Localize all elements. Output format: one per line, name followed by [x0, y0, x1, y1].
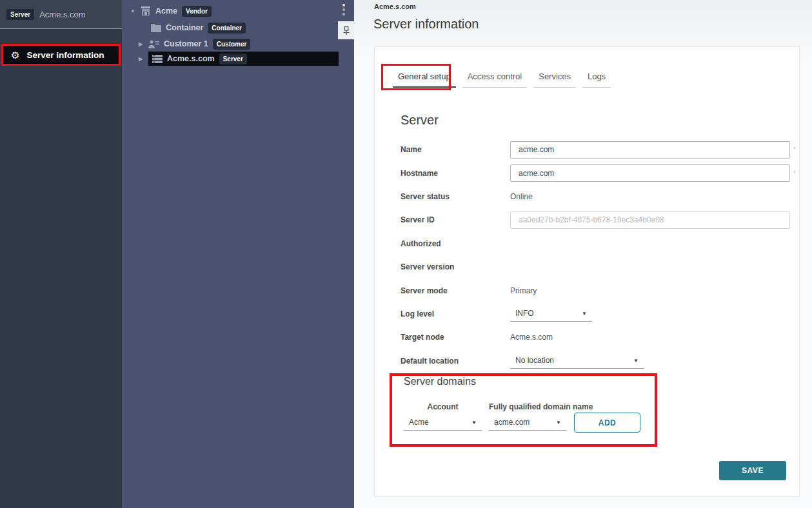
tree-node-type-badge: Customer	[213, 39, 251, 50]
sidebar-item-server-information[interactable]: ⚙ Server information	[1, 44, 121, 66]
server-mode-value: Primary	[510, 286, 537, 295]
fqdn-select[interactable]: acme.com ▼	[489, 415, 566, 431]
form-row-server-status: Server status Online	[375, 185, 799, 208]
form-row-name: Name *	[375, 138, 799, 161]
tree-menu-dots-icon[interactable]	[342, 4, 345, 15]
chevron-down-icon: ▼	[633, 358, 639, 364]
chevron-down-icon: ▼	[582, 311, 587, 317]
customer-icon	[148, 40, 159, 48]
form-row-default-location: Default location No location ▼	[375, 349, 799, 373]
field-label: Server status	[401, 192, 510, 201]
tab-logs[interactable]: Logs	[582, 72, 611, 88]
page-title: Server information	[373, 17, 479, 32]
tree-node-vendor[interactable]: ▼ Acme Vendor	[122, 4, 354, 18]
object-tree-panel: ▼ Acme Vendor Container Container ▶ Cust…	[122, 0, 354, 508]
default-location-select[interactable]: No location ▼	[510, 353, 644, 369]
account-select[interactable]: Acme ▼	[404, 415, 482, 431]
name-input[interactable]	[510, 141, 790, 159]
field-label: Default location	[401, 357, 510, 366]
tree-node-container[interactable]: Container Container	[122, 21, 354, 35]
fqdn-label: Fully qualified domain name	[489, 402, 593, 411]
sidebar-object-title: Acme.s.com	[39, 10, 86, 19]
field-label: Server ID	[401, 215, 510, 224]
sidebar-header: Server Acme.s.com	[0, 0, 122, 29]
form-row-authorized: Authorized	[375, 232, 799, 255]
target-node-value: Acme.s.com	[510, 333, 553, 342]
form-row-server-id: Server ID	[375, 208, 799, 231]
chevron-down-icon: ▼	[556, 420, 561, 425]
form-row-server-mode: Server mode Primary	[375, 278, 799, 302]
form-row-log-level: Log level INFO ▼	[375, 302, 799, 326]
tree-node-label: Customer 1	[164, 39, 208, 48]
pin-button[interactable]	[338, 21, 354, 39]
tab-bar: General setup Access control Services Lo…	[393, 72, 611, 88]
tree-node-customer[interactable]: ▶ Customer 1 Customer	[122, 37, 354, 51]
server-form: Name * Hostname * Server status Online S…	[375, 138, 799, 373]
caret-collapsed-icon[interactable]: ▶	[137, 41, 144, 47]
required-mark: *	[790, 145, 799, 154]
tree-node-label: Container	[166, 23, 203, 32]
fqdn-value: acme.com	[494, 418, 530, 427]
field-label: Target node	[401, 333, 510, 342]
log-level-value: INFO	[515, 309, 534, 318]
account-label: Account	[404, 402, 482, 411]
field-label: Server version	[401, 262, 510, 271]
tree-node-type-badge: Vendor	[182, 6, 212, 17]
server-status-value: Online	[510, 192, 533, 201]
save-button[interactable]: SAVE	[719, 461, 786, 480]
chevron-down-icon: ▼	[471, 420, 477, 425]
tree-node-type-badge: Server	[219, 54, 247, 64]
gear-icon: ⚙	[11, 50, 19, 60]
tab-access-control[interactable]: Access control	[462, 72, 528, 88]
field-label: Server mode	[401, 286, 510, 295]
form-row-server-version: Server version	[375, 255, 799, 278]
tree-node-label: Acme	[155, 6, 177, 15]
field-label: Name	[401, 145, 510, 154]
store-icon	[141, 6, 151, 15]
form-row-hostname: Hostname *	[375, 161, 799, 184]
tab-services[interactable]: Services	[533, 72, 576, 88]
section-title-server-domains: Server domains	[404, 376, 476, 387]
add-domain-button[interactable]: ADD	[574, 413, 640, 433]
sidebar: Server Acme.s.com ⚙ Server information	[0, 0, 122, 508]
breadcrumb: Acme.s.com	[374, 3, 416, 10]
tree-node-selected-row[interactable]: Acme.s.com Server	[148, 52, 339, 66]
field-label: Hostname	[401, 169, 510, 178]
tree-node-label: Acme.s.com	[167, 54, 215, 63]
folder-icon	[151, 24, 161, 32]
server-information-card: General setup Access control Services Lo…	[374, 46, 800, 496]
required-mark: *	[790, 169, 799, 178]
field-label: Log level	[401, 309, 510, 318]
tree-node-type-badge: Container	[208, 23, 246, 34]
caret-expanded-icon[interactable]: ▼	[130, 8, 136, 14]
server-id-input	[510, 211, 790, 229]
account-value: Acme	[409, 418, 429, 427]
main-content: Acme.s.com Server information General se…	[354, 0, 812, 508]
sidebar-item-label: Server information	[26, 50, 104, 60]
tab-general-setup[interactable]: General setup	[393, 72, 456, 88]
form-row-target-node: Target node Acme.s.com	[375, 326, 799, 349]
field-label: Authorized	[401, 239, 510, 248]
tree-node-server[interactable]: ▶ Acme.s.com Server	[122, 52, 354, 66]
server-icon	[152, 55, 163, 63]
object-type-badge: Server	[6, 9, 34, 20]
pin-icon	[342, 26, 350, 35]
section-title-server: Server	[401, 113, 439, 128]
caret-collapsed-icon[interactable]: ▶	[137, 56, 144, 62]
log-level-select[interactable]: INFO ▼	[510, 306, 592, 322]
default-location-value: No location	[515, 356, 554, 365]
hostname-input[interactable]	[510, 164, 790, 182]
